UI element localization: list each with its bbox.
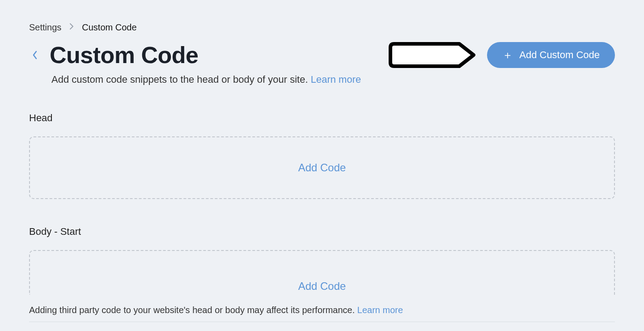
breadcrumb-root-link[interactable]: Settings — [29, 22, 61, 33]
add-custom-code-button[interactable]: ＋ Add Custom Code — [487, 42, 615, 68]
body-start-add-code-link[interactable]: Add Code — [298, 280, 346, 293]
section-head-label: Head — [29, 112, 615, 124]
add-custom-code-label: Add Custom Code — [519, 49, 600, 61]
head-add-code-link[interactable]: Add Code — [298, 161, 346, 174]
head-add-code-zone[interactable]: Add Code — [29, 136, 615, 199]
breadcrumb: Settings Custom Code — [29, 22, 615, 33]
footer-notice: Adding third party code to your website'… — [29, 305, 615, 322]
footer-learn-more-link[interactable]: Learn more — [357, 305, 403, 315]
body-start-add-code-zone[interactable]: Add Code — [29, 250, 615, 295]
plus-icon: ＋ — [502, 50, 513, 60]
section-body-start-label: Body - Start — [29, 226, 615, 238]
chevron-right-icon — [69, 23, 74, 32]
page-subtitle: Add custom code snippets to the head or … — [51, 74, 615, 85]
chevron-left-icon — [32, 50, 38, 60]
breadcrumb-current: Custom Code — [82, 22, 136, 33]
tag-pointer-callout — [389, 42, 477, 68]
learn-more-link[interactable]: Learn more — [311, 74, 361, 85]
page-title: Custom Code — [50, 42, 199, 68]
back-button[interactable] — [29, 47, 41, 63]
